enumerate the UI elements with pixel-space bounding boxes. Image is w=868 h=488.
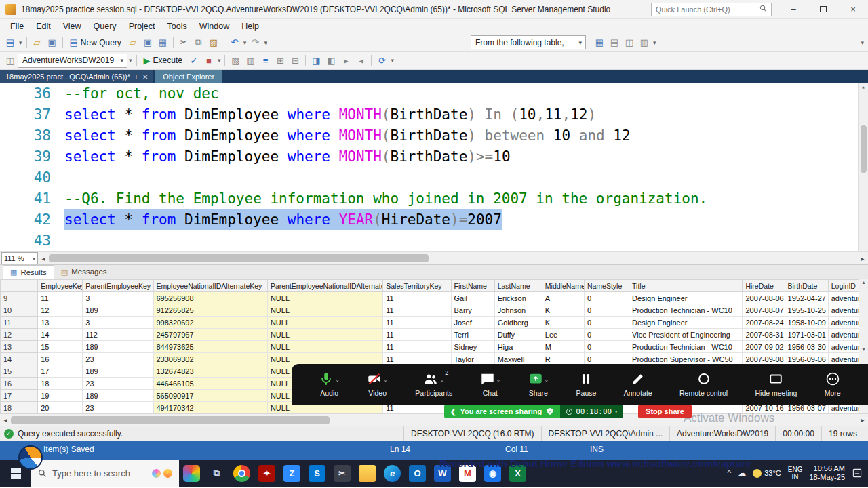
grid-cell[interactable]: 0 [584, 341, 629, 353]
menu-project[interactable]: Project [123, 20, 161, 33]
grid-cell[interactable]: 2007-08-07 [743, 304, 785, 317]
grid-cell[interactable]: NULL [267, 304, 382, 317]
comment-icon[interactable]: ⊟ [288, 53, 302, 68]
scrollbar-thumb[interactable] [11, 416, 330, 424]
row-header[interactable]: 10 [1, 304, 38, 317]
pin-tab-icon[interactable]: + [134, 73, 138, 81]
menu-help[interactable]: Help [235, 20, 265, 33]
grid-cell[interactable]: Design Engineer [629, 317, 743, 329]
column-header[interactable]: EmployeeKey [38, 280, 83, 292]
grid-cell[interactable]: 0 [584, 353, 629, 365]
grid-cell[interactable]: K [542, 317, 584, 329]
snipping-tool-icon[interactable]: ✂ [330, 460, 355, 487]
grid-cell[interactable]: 1971-03-01 [785, 329, 828, 341]
menu-file[interactable]: File [4, 20, 30, 33]
grid-cell[interactable]: 1956-03-30 [785, 341, 828, 353]
grid-cell[interactable]: 189 [83, 341, 153, 353]
taskbar-search-input[interactable]: Type here to search [31, 460, 179, 487]
row-header[interactable]: 13 [1, 341, 38, 353]
grid-cell[interactable]: 11 [38, 292, 83, 304]
zoom-control-video[interactable]: ⌄Video [367, 371, 388, 397]
grid-cell[interactable]: 565090917 [153, 390, 267, 402]
zoom-control-share[interactable]: ⌄Share [528, 371, 549, 397]
clock[interactable]: 10:56 AM 18-May-25 [809, 464, 845, 482]
grid-cell[interactable]: 2007-08-24 [743, 317, 785, 329]
tab-messages[interactable]: ▤ Messages [54, 265, 114, 279]
skype-icon[interactable]: S [304, 460, 330, 487]
sql-editor[interactable]: 36--for oct, nov dec37select * from DimE… [0, 83, 868, 251]
new-query-icon[interactable]: ▤ [3, 35, 18, 50]
grid-cell[interactable]: Erickson [494, 292, 542, 304]
grid-cell[interactable]: 2007-09-08 [743, 353, 785, 365]
grid-cell[interactable]: 0 [584, 317, 629, 329]
grid-cell[interactable]: 23 [83, 378, 153, 390]
tab-sql-document[interactable]: 18may2025 pract...QCQ\Admin (65))* + ✕ [0, 70, 153, 83]
zoom-control-annotate[interactable]: Annotate [624, 371, 652, 397]
column-header[interactable]: ParentEmployeeNationalIDAlternateKey [267, 280, 382, 292]
column-header[interactable] [1, 280, 38, 292]
file-explorer-icon[interactable] [355, 460, 380, 487]
maximize-button[interactable] [808, 0, 838, 18]
grid-cell[interactable]: Vice President of Engineering [629, 329, 743, 341]
editor-zoom-select[interactable]: 111 % ▾ [1, 252, 38, 264]
grid-cell[interactable]: NULL [267, 341, 382, 353]
undo-icon[interactable]: ↶ [227, 35, 242, 50]
column-header[interactable]: FirstName [451, 280, 494, 292]
grid-cell[interactable]: 11 [383, 353, 451, 365]
column-header[interactable]: Title [629, 280, 743, 292]
grid-cell[interactable]: Duffy [494, 329, 542, 341]
save-icon[interactable]: ▣ [45, 35, 60, 50]
grid-cell[interactable]: 998320692 [153, 317, 267, 329]
gmail-icon[interactable]: M [455, 460, 480, 487]
grid-cell[interactable]: Josef [451, 317, 494, 329]
grid-cell[interactable]: NULL [267, 353, 382, 365]
grid-cell[interactable]: Goldberg [494, 317, 542, 329]
close-button[interactable]: × [838, 0, 868, 18]
dropdown-chevron-icon[interactable]: ▾ [859, 39, 865, 46]
grid-cell[interactable]: 189 [83, 304, 153, 317]
grid-cell[interactable]: Terri [451, 329, 494, 341]
grid-cell[interactable]: 20 [38, 402, 83, 414]
outlook-icon[interactable]: O [405, 460, 430, 487]
row-header[interactable]: 9 [1, 292, 38, 304]
column-header[interactable]: EmployeeNationalIDAlternateKey [153, 280, 267, 292]
chevron-down-icon[interactable]: ⌄ [383, 377, 388, 383]
grid-cell[interactable]: 23 [83, 402, 153, 414]
grid-cell[interactable]: 132674823 [153, 365, 267, 378]
grid-cell[interactable]: Barry [451, 304, 494, 317]
grid-cell[interactable]: 112 [83, 329, 153, 341]
minimize-button[interactable]: – [778, 0, 808, 18]
menu-view[interactable]: View [57, 20, 87, 33]
redo-icon[interactable]: ↷ [248, 35, 262, 50]
scrollbar-thumb[interactable] [861, 125, 867, 173]
grid-cell[interactable]: 11 [383, 304, 451, 317]
scroll-left-icon[interactable]: ◂ [0, 416, 11, 424]
task-view-icon[interactable]: ⧉ [204, 460, 229, 487]
grid-cell[interactable]: 3 [83, 317, 153, 329]
quick-launch-input[interactable]: Quick Launch (Ctrl+Q) [651, 3, 772, 16]
new-query-button[interactable]: ▤New Query [66, 35, 125, 50]
cut-icon[interactable]: ✂ [176, 35, 191, 50]
editor-vertical-scrollbar[interactable]: ▴ [858, 83, 868, 251]
grid-cell[interactable]: Maxwell [494, 353, 542, 365]
dropdown-chevron-icon[interactable]: ▾ [389, 57, 395, 64]
grid-cell[interactable]: 1958-10-09 [785, 317, 828, 329]
menu-query[interactable]: Query [87, 20, 123, 33]
collapse-bar-icon[interactable]: ❮ [450, 408, 456, 415]
grid-cell[interactable]: Production Supervisor - WC50 [629, 353, 743, 365]
grid-cell[interactable]: 17 [38, 365, 83, 378]
close-tab-icon[interactable]: ✕ [142, 73, 148, 81]
tab-object-explorer[interactable]: Object Explorer [155, 70, 222, 83]
grid-cell[interactable]: 16 [38, 353, 83, 365]
execute-button[interactable]: ▶Execute [140, 53, 186, 68]
zoom-control-remote-control[interactable]: Remote control [679, 371, 728, 397]
grid-cell[interactable]: 2007-08-06 [743, 292, 785, 304]
refresh-icon[interactable]: ⟳ [374, 53, 389, 68]
zoom-control-pause[interactable]: Pause [576, 371, 597, 397]
column-header[interactable]: MiddleName [542, 280, 584, 292]
indent-icon[interactable]: ▸ [338, 53, 353, 68]
dropdown-chevron-icon[interactable]: ▾ [652, 39, 658, 46]
database-icon[interactable]: ◫ [3, 53, 18, 68]
grid-cell[interactable]: Design Engineer [629, 292, 743, 304]
database-combo[interactable]: AdventureWorksDW2019▾ [18, 54, 127, 68]
